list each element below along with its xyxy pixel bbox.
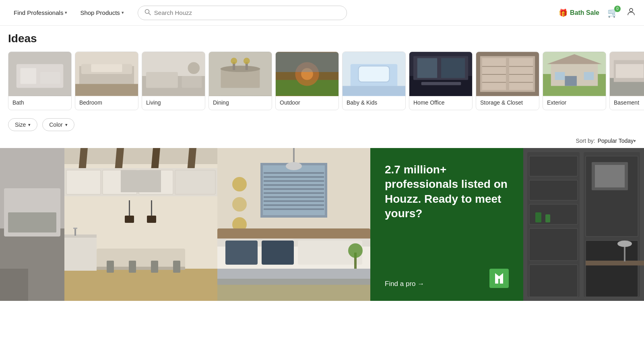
svg-rect-88 bbox=[147, 216, 156, 223]
promo-tile[interactable]: 2.7 million+ professionals listed on Hou… bbox=[370, 148, 523, 301]
category-label-living: Living bbox=[142, 96, 205, 110]
svg-rect-132 bbox=[586, 241, 638, 297]
photo-tile-5[interactable] bbox=[523, 148, 644, 301]
category-card-dining[interactable]: Dining bbox=[208, 51, 272, 110]
category-image-home-office bbox=[409, 52, 472, 96]
category-label-exterior: Exterior bbox=[543, 96, 606, 110]
svg-point-16 bbox=[188, 62, 200, 74]
sort-chevron-icon[interactable]: ▾ bbox=[634, 138, 636, 144]
svg-point-2 bbox=[630, 8, 633, 12]
category-card-baby-kids[interactable]: Baby & Kids bbox=[342, 51, 406, 110]
color-chevron-icon: ▾ bbox=[65, 122, 68, 128]
svg-rect-105 bbox=[264, 204, 324, 206]
photo-tile-1[interactable] bbox=[0, 148, 64, 301]
bath-sale-link[interactable]: 🎁 Bath Sale bbox=[559, 8, 599, 17]
category-card-basement[interactable]: Basement bbox=[609, 51, 644, 110]
promo-text: 2.7 million+ professionals listed on Hou… bbox=[385, 162, 509, 221]
svg-rect-60 bbox=[616, 64, 644, 78]
search-input[interactable] bbox=[154, 9, 340, 16]
svg-rect-48 bbox=[509, 82, 533, 83]
category-card-storage-closet[interactable]: Storage & Closet bbox=[476, 51, 539, 110]
svg-rect-85 bbox=[129, 200, 130, 216]
filters-row: Size ▾ Color ▾ bbox=[0, 110, 644, 135]
find-professionals-nav[interactable]: Find Professionals ▾ bbox=[8, 6, 73, 19]
header-nav: Find Professionals ▾ Shop Products ▾ bbox=[8, 6, 130, 19]
svg-rect-54 bbox=[555, 72, 565, 80]
find-pro-link[interactable]: Find a pro → bbox=[385, 280, 424, 288]
svg-rect-11 bbox=[75, 84, 138, 96]
svg-rect-90 bbox=[64, 234, 97, 238]
svg-rect-78 bbox=[64, 269, 217, 301]
svg-rect-38 bbox=[421, 82, 461, 85]
photo-tile-2[interactable] bbox=[64, 148, 217, 301]
svg-rect-100 bbox=[264, 184, 324, 186]
category-card-bath[interactable]: Bath bbox=[8, 51, 72, 110]
svg-rect-103 bbox=[264, 196, 324, 198]
svg-rect-98 bbox=[264, 176, 324, 178]
bath-sale-label: Bath Sale bbox=[570, 9, 599, 16]
photo-image-3 bbox=[217, 148, 370, 301]
category-card-exterior[interactable]: Exterior bbox=[543, 51, 606, 110]
category-label-storage-closet: Storage & Closet bbox=[476, 96, 539, 110]
page-title-section: Ideas bbox=[0, 26, 644, 48]
category-card-home-office[interactable]: Home Office bbox=[409, 51, 473, 110]
svg-rect-6 bbox=[40, 72, 60, 84]
svg-rect-126 bbox=[529, 156, 578, 176]
find-professionals-chevron-icon: ▾ bbox=[65, 10, 67, 15]
gift-icon: 🎁 bbox=[559, 8, 568, 17]
user-profile-icon[interactable] bbox=[626, 7, 636, 19]
category-image-baby-kids bbox=[343, 52, 405, 96]
category-label-dining: Dining bbox=[209, 96, 272, 110]
svg-rect-10 bbox=[91, 64, 122, 72]
svg-point-107 bbox=[232, 177, 247, 191]
category-card-outdoor[interactable]: Outdoor bbox=[275, 51, 339, 110]
size-filter-button[interactable]: Size ▾ bbox=[8, 118, 37, 131]
category-image-living bbox=[142, 52, 205, 96]
category-label-baby-kids: Baby & Kids bbox=[343, 96, 405, 110]
svg-rect-84 bbox=[173, 261, 180, 273]
svg-rect-76 bbox=[175, 170, 215, 194]
search-icon bbox=[144, 9, 151, 17]
sort-by-label: Sort by: bbox=[576, 138, 595, 144]
shop-products-label: Shop Products bbox=[80, 9, 120, 16]
category-label-bedroom: Bedroom bbox=[75, 96, 138, 110]
category-image-bath bbox=[8, 52, 71, 96]
category-card-living[interactable]: Living bbox=[142, 51, 205, 110]
category-scroll: Bath Bedroom Living bbox=[0, 48, 644, 110]
svg-rect-5 bbox=[21, 68, 36, 84]
svg-rect-87 bbox=[151, 200, 152, 216]
svg-rect-86 bbox=[125, 216, 134, 223]
category-card-bedroom[interactable]: Bedroom bbox=[75, 51, 138, 110]
svg-rect-92 bbox=[73, 228, 77, 229]
svg-rect-37 bbox=[441, 58, 465, 78]
search-bar[interactable] bbox=[138, 6, 347, 20]
promo-bottom: Find a pro → bbox=[385, 269, 509, 288]
svg-rect-65 bbox=[0, 269, 28, 301]
svg-rect-117 bbox=[217, 269, 370, 285]
color-filter-button[interactable]: Color ▾ bbox=[42, 118, 74, 131]
category-label-outdoor: Outdoor bbox=[276, 96, 339, 110]
svg-rect-99 bbox=[264, 180, 324, 182]
svg-rect-36 bbox=[417, 58, 437, 78]
svg-rect-114 bbox=[225, 241, 258, 265]
photo-image-1 bbox=[0, 148, 64, 301]
svg-rect-81 bbox=[107, 261, 114, 273]
svg-rect-138 bbox=[535, 212, 541, 222]
svg-rect-130 bbox=[529, 265, 578, 297]
svg-rect-101 bbox=[264, 188, 324, 190]
sort-value[interactable]: Popular Today bbox=[598, 138, 634, 144]
svg-rect-77 bbox=[121, 170, 161, 192]
shop-products-nav[interactable]: Shop Products ▾ bbox=[74, 6, 129, 19]
photo-tile-3[interactable] bbox=[217, 148, 370, 301]
category-label-basement: Basement bbox=[610, 96, 644, 110]
cart-button[interactable]: 🛒 0 bbox=[607, 8, 618, 18]
svg-rect-15 bbox=[182, 76, 202, 88]
svg-rect-139 bbox=[545, 214, 550, 222]
svg-rect-31 bbox=[358, 66, 389, 82]
category-label-bath: Bath bbox=[8, 96, 71, 110]
svg-rect-82 bbox=[129, 261, 136, 273]
category-image-dining bbox=[209, 52, 272, 96]
svg-rect-44 bbox=[482, 74, 506, 75]
main-header: Find Professionals ▾ Shop Products ▾ 🎁 B… bbox=[0, 0, 644, 26]
svg-rect-55 bbox=[584, 72, 594, 80]
